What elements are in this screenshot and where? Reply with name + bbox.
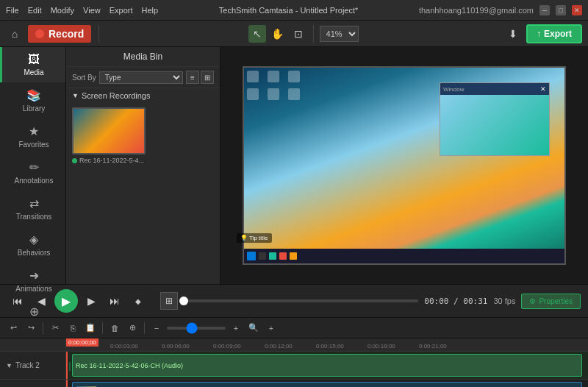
track-labels: ▼ Track 2 ▼ Track 1: [0, 338, 66, 387]
playhead: [66, 352, 68, 379]
video-clip[interactable]: Rec 16-11-2022-5-42-06-CH (Screen): [72, 382, 582, 387]
redo-button[interactable]: ↪: [24, 321, 38, 335]
zoom-in-button[interactable]: +: [229, 321, 243, 335]
marker-button[interactable]: ◆: [128, 291, 148, 311]
grid-view-button[interactable]: ⊞: [201, 71, 214, 84]
zoom-select[interactable]: 41%: [320, 26, 359, 42]
menu-view[interactable]: View: [83, 6, 101, 15]
search-button[interactable]: 🔍: [246, 321, 261, 335]
copy-button[interactable]: ⎘: [65, 321, 80, 335]
prev-frame-button[interactable]: ◀: [31, 291, 51, 311]
paste-button[interactable]: 📋: [83, 321, 98, 335]
scrubber-thumb[interactable]: [179, 297, 188, 305]
behaviors-icon: ◈: [29, 232, 38, 246]
menu-bar: File Edit Modify View Export Help: [6, 6, 158, 15]
main-toolbar: ⌂ Record ↖ ✋ ⊡ 41% 41% ⬇ ↑ Export: [0, 21, 588, 47]
screen-recordings-section[interactable]: ▼ Screen Recordings: [66, 88, 220, 103]
floating-window-close-icon: ✕: [540, 85, 546, 93]
play-button[interactable]: ▶: [54, 289, 78, 313]
playback-bar: ⏮ ◀ ▶ ▶ ⏭ ◆ ⊞ 00:00 / 00:31 30 fps ⚙ Pro…: [0, 284, 588, 318]
sidebar-item-library[interactable]: 📚 Library: [0, 82, 65, 118]
step-forward-button[interactable]: ⏭: [104, 291, 125, 311]
title-bar-right: thanhhoang110199@gmail.com ─ □ ✕: [419, 5, 582, 15]
video-track-row[interactable]: Rec 16-11-2022-5-42-06-CH (Screen): [66, 380, 588, 387]
sidebar-item-transitions[interactable]: ⇄ Transitions: [0, 191, 65, 227]
media-bin: Media Bin Sort By Type ≡ ⊞ ▼ Screen Reco…: [66, 47, 220, 284]
menu-export[interactable]: Export: [110, 6, 133, 15]
step-back-button[interactable]: ⏮: [7, 291, 28, 311]
pointer-tool-button[interactable]: ↖: [248, 25, 266, 43]
section-collapse-icon: ▼: [72, 92, 79, 99]
preview-content: Window ✕: [244, 68, 564, 263]
taskbar-icon-2: [279, 252, 287, 260]
sidebar: 🖼 Media 📚 Library ★ Favorites ✏ Annotati…: [0, 47, 66, 284]
recording-indicator-icon: [72, 158, 77, 163]
export-button[interactable]: ↑ Export: [526, 24, 582, 43]
close-button[interactable]: ✕: [572, 5, 582, 15]
track-2-name: Track 2: [15, 361, 40, 369]
sidebar-item-media[interactable]: 🖼 Media: [0, 47, 65, 82]
media-clip-item[interactable]: Rec 16-11-2022-5-4...: [72, 107, 214, 164]
preview-taskbar: [244, 249, 564, 263]
audio-clip[interactable]: Rec 16-11-2022-5-42-06-CH (Audio): [72, 354, 582, 377]
sidebar-item-media-label: Media: [24, 68, 43, 77]
ruler-mark-3: 0:00:12;00: [265, 343, 293, 349]
tl-sep-3: [144, 322, 145, 334]
desktop-icon-3: [288, 71, 300, 82]
main-area: 🖼 Media 📚 Library ★ Favorites ✏ Annotati…: [0, 47, 588, 284]
record-button[interactable]: Record: [28, 25, 91, 43]
menu-edit[interactable]: Edit: [28, 6, 42, 15]
sort-by-label: Sort By: [72, 74, 96, 82]
undo-button[interactable]: ↩: [6, 321, 21, 335]
list-view-button[interactable]: ≡: [186, 71, 199, 84]
ruler-mark-2: 0:00:09;00: [213, 343, 241, 349]
ruler-spacer: [0, 338, 65, 352]
preview-canvas[interactable]: Window ✕: [243, 66, 566, 265]
favorites-icon: ★: [29, 124, 39, 138]
menu-modify[interactable]: Modify: [51, 6, 74, 15]
taskbar-search-icon: [259, 252, 266, 260]
sort-by-select[interactable]: Type: [99, 71, 183, 84]
home-button[interactable]: ⌂: [6, 25, 24, 43]
tool-group: ↖ ✋ ⊡ 41% 41%: [107, 25, 500, 43]
next-frame-button[interactable]: ▶: [81, 291, 101, 311]
sidebar-item-favorites[interactable]: ★ Favorites: [0, 118, 65, 155]
desktop-icon-6: [288, 88, 300, 100]
media-bin-title: Media Bin: [66, 47, 220, 67]
download-button[interactable]: ⬇: [504, 25, 522, 43]
ruler-mark-0: 0:00:03;00: [110, 343, 138, 349]
add-track-button[interactable]: +: [264, 321, 279, 335]
menu-file[interactable]: File: [6, 6, 19, 15]
clip-name: Rec 16-11-2022-5-4...: [79, 157, 144, 164]
sidebar-item-favorites-label: Favorites: [18, 141, 49, 149]
magnet-button[interactable]: ⊕: [125, 321, 140, 335]
minimize-button[interactable]: ─: [539, 5, 550, 15]
cut-button[interactable]: ✂: [48, 321, 62, 335]
ruler-mark-5: 0:00:18;00: [368, 343, 395, 349]
properties-button[interactable]: ⚙ Properties: [521, 294, 581, 309]
desktop-icon-1: [247, 71, 259, 82]
track-2-expand-icon[interactable]: ▼: [6, 362, 12, 369]
timeline-content: 0:00:00;00 0:00:03;00 0:00:06;00 0:00:09…: [66, 338, 588, 387]
record-dot-icon: [35, 29, 44, 38]
timeline-toolbar: ↩ ↪ ✂ ⎘ 📋 🗑 ⊕ − + 🔍 +: [0, 318, 588, 338]
floating-window-title-bar: Window ✕: [440, 83, 549, 95]
delete-button[interactable]: 🗑: [107, 321, 122, 335]
hand-tool-button[interactable]: ✋: [269, 25, 287, 43]
timeline-area: ↩ ↪ ✂ ⎘ 📋 🗑 ⊕ − + 🔍 + ▼ Track 2 ▼ Track …: [0, 318, 588, 387]
record-label: Record: [49, 28, 84, 40]
sidebar-item-annotations[interactable]: ✏ Annotations: [0, 155, 65, 191]
section-label: Screen Recordings: [82, 91, 151, 100]
desktop-icon-2: [268, 71, 279, 82]
audio-track-row[interactable]: Rec 16-11-2022-5-42-06-CH (Audio): [66, 352, 588, 380]
grid-view-toggle[interactable]: ⊞: [160, 292, 178, 310]
title-bar: File Edit Modify View Export Help TechSm…: [0, 0, 588, 21]
zoom-slider[interactable]: [167, 327, 226, 330]
menu-help[interactable]: Help: [142, 6, 159, 15]
sidebar-item-behaviors[interactable]: ◈ Behaviors: [0, 227, 65, 263]
crop-tool-button[interactable]: ⊡: [290, 25, 307, 43]
playback-scrubber[interactable]: [184, 299, 418, 302]
zoom-out-button[interactable]: −: [149, 321, 164, 335]
view-buttons: ≡ ⊞: [186, 71, 214, 84]
maximize-button[interactable]: □: [556, 5, 566, 15]
